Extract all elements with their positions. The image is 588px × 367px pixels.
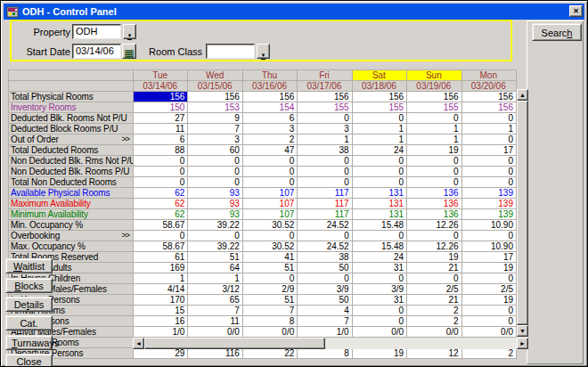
grid-cell[interactable]: 2/5: [461, 284, 516, 295]
property-input[interactable]: ODH: [72, 24, 121, 39]
grid-cell[interactable]: 30.52: [242, 220, 297, 231]
grid-cell[interactable]: 12: [407, 348, 461, 359]
grid-cell[interactable]: 0: [242, 273, 297, 284]
grid-cell[interactable]: 156: [461, 102, 516, 113]
grid-cell[interactable]: 22: [242, 348, 297, 359]
grid-cell[interactable]: 4: [298, 306, 352, 316]
grid-cell[interactable]: 58.67: [134, 241, 188, 252]
grid-cell[interactable]: 1/0: [134, 327, 188, 338]
grid-cell[interactable]: 30.52: [242, 241, 297, 252]
grid-cell[interactable]: 6: [242, 113, 297, 124]
grid-cell[interactable]: 3/9: [298, 284, 352, 295]
grid-cell[interactable]: 1: [352, 124, 406, 135]
grid-cell[interactable]: 0: [134, 177, 188, 188]
grid-cell[interactable]: 2/9: [242, 284, 297, 295]
vertical-scrollbar-thumb[interactable]: [517, 101, 528, 325]
scroll-right-icon[interactable]: ►: [517, 338, 528, 349]
grid-cell[interactable]: 0: [461, 316, 516, 327]
grid-cell[interactable]: 131: [352, 188, 406, 199]
grid-cell[interactable]: 0: [461, 167, 516, 177]
grid-cell[interactable]: 139: [461, 188, 516, 199]
grid-cell[interactable]: 0: [188, 156, 242, 167]
grid-cell[interactable]: 38: [298, 145, 352, 156]
grid-cell[interactable]: 0: [352, 177, 406, 188]
grid-cell[interactable]: 136: [407, 199, 461, 209]
grid-cell[interactable]: 0: [407, 273, 461, 284]
grid-cell[interactable]: 139: [461, 209, 516, 220]
grid-cell[interactable]: 0: [242, 231, 297, 241]
grid-cell[interactable]: 7: [242, 306, 297, 316]
grid-cell[interactable]: 156: [242, 92, 297, 102]
grid-cell[interactable]: 39.22: [188, 220, 242, 231]
grid-cell[interactable]: 0: [352, 316, 406, 327]
grid-cell[interactable]: 0: [407, 156, 461, 167]
grid-cell[interactable]: 62: [134, 188, 188, 199]
grid-cell[interactable]: 0: [242, 177, 297, 188]
grid-cell[interactable]: 0: [134, 156, 188, 167]
grid-cell[interactable]: 24: [352, 252, 406, 263]
grid-cell[interactable]: 0: [407, 167, 461, 177]
grid-cell[interactable]: 11: [188, 316, 242, 327]
grid-cell[interactable]: 0: [461, 156, 516, 167]
grid-cell[interactable]: 51: [188, 252, 242, 263]
grid-cell[interactable]: 2: [461, 348, 516, 359]
grid-cell[interactable]: 88: [134, 145, 188, 156]
grid-cell[interactable]: 31: [352, 295, 406, 306]
grid-cell[interactable]: 38: [298, 252, 352, 263]
room-class-dropdown-button[interactable]: ▼: [257, 44, 270, 59]
grid-cell[interactable]: 21: [407, 263, 461, 273]
grid-cell[interactable]: 1: [352, 135, 406, 145]
grid-cell[interactable]: 139: [461, 199, 516, 209]
grid-cell[interactable]: 64: [188, 263, 242, 273]
search-button[interactable]: Search: [532, 23, 582, 41]
calendar-button[interactable]: ▦: [122, 44, 136, 59]
scroll-left-icon[interactable]: ◄: [133, 338, 144, 349]
room-class-input[interactable]: [206, 44, 255, 59]
horizontal-scrollbar[interactable]: ◄ ►: [133, 338, 528, 349]
start-date-input[interactable]: 03/14/06: [72, 44, 121, 59]
grid-cell[interactable]: 156: [298, 92, 352, 102]
grid-cell[interactable]: 93: [188, 188, 242, 199]
grid-cell[interactable]: 0: [134, 167, 188, 177]
close-button[interactable]: Close: [5, 354, 53, 367]
grid-cell[interactable]: 1/0: [298, 327, 352, 338]
grid-cell[interactable]: 19: [407, 252, 461, 263]
grid-cell[interactable]: 0/0: [242, 327, 297, 338]
grid-cell[interactable]: 0: [352, 113, 406, 124]
grid-cell[interactable]: 0: [298, 167, 352, 177]
grid-cell[interactable]: 3: [298, 124, 352, 135]
grid-cell[interactable]: 24.52: [298, 220, 352, 231]
grid-cell[interactable]: 107: [242, 199, 297, 209]
horizontal-scrollbar-thumb[interactable]: [144, 338, 325, 349]
grid-cell[interactable]: 0: [298, 156, 352, 167]
grid-cell[interactable]: 0: [352, 306, 406, 316]
grid-cell[interactable]: 156: [352, 92, 406, 102]
grid-cell[interactable]: 12.26: [407, 241, 461, 252]
grid-cell[interactable]: 41: [242, 252, 297, 263]
grid-cell[interactable]: 0: [298, 231, 352, 241]
grid-cell[interactable]: 0: [298, 113, 352, 124]
grid-cell[interactable]: 93: [188, 209, 242, 220]
grid-cell[interactable]: 9: [188, 113, 242, 124]
grid-cell[interactable]: 21: [407, 295, 461, 306]
grid-cell[interactable]: 47: [242, 145, 297, 156]
grid-cell[interactable]: 19: [407, 145, 461, 156]
grid-cell[interactable]: 31: [352, 263, 406, 273]
grid-cell[interactable]: 60: [188, 145, 242, 156]
grid-cell[interactable]: 3: [188, 135, 242, 145]
grid-cell[interactable]: 1: [407, 124, 461, 135]
cat-event-button[interactable]: Cat. Event: [5, 315, 53, 330]
grid-cell[interactable]: 0/0: [352, 327, 406, 338]
grid-cell[interactable]: 156: [461, 92, 516, 102]
grid-cell[interactable]: 61: [134, 252, 188, 263]
grid-cell[interactable]: 0: [407, 231, 461, 241]
grid-cell[interactable]: 0: [242, 167, 297, 177]
turnaways-button[interactable]: Turnaways: [5, 335, 53, 350]
grid-cell[interactable]: 50: [298, 263, 352, 273]
grid-cell[interactable]: 19: [461, 263, 516, 273]
grid-cell[interactable]: 93: [188, 199, 242, 209]
grid-cell[interactable]: 169: [134, 263, 188, 273]
grid-cell[interactable]: 0: [352, 167, 406, 177]
grid-cell[interactable]: 155: [352, 102, 406, 113]
grid-cell[interactable]: 0: [298, 273, 352, 284]
